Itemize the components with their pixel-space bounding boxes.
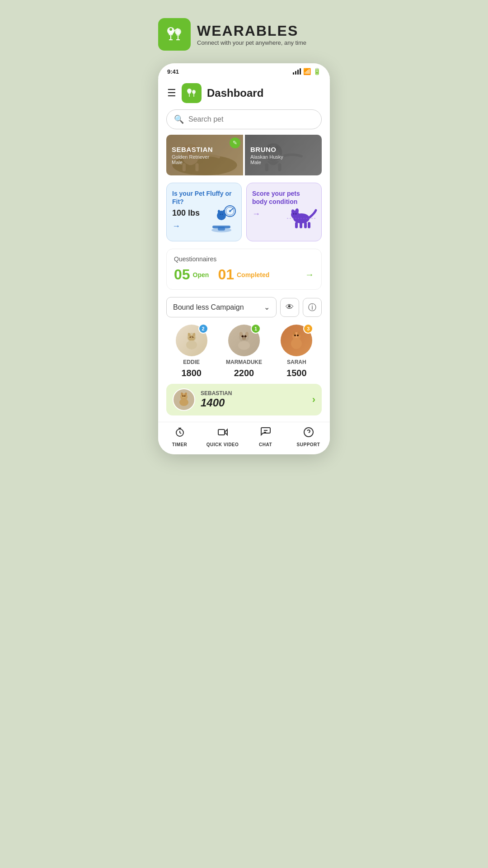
svg-point-43	[222, 214, 223, 215]
status-bar: 9:41 📶 🔋	[158, 63, 330, 78]
quick-video-label: QUICK VIDEO	[206, 442, 239, 447]
brand-text: WEARABLES Connect with your pet anywhere…	[197, 23, 306, 46]
completed-label: Completed	[237, 271, 269, 278]
pet-breed-sebastian: Golden Retriever	[172, 154, 238, 160]
pet-card-sebastian[interactable]: SEBASTIAN Golden Retriever Male ✎	[166, 135, 243, 175]
svg-point-72	[242, 337, 246, 340]
svg-rect-57	[308, 222, 310, 228]
score-body-card[interactable]: Score your pets body condition →	[246, 183, 322, 241]
svg-point-47	[229, 210, 231, 212]
sarah-avatar-wrap: 3	[281, 325, 312, 356]
svg-point-71	[244, 335, 246, 338]
pet-cards: SEBASTIAN Golden Retriever Male ✎	[166, 135, 322, 175]
my-pet-row[interactable]: SEBASTIAN 1400 ›	[166, 384, 322, 415]
svg-point-53	[296, 213, 297, 215]
svg-point-73	[238, 341, 250, 350]
svg-point-70	[241, 335, 244, 338]
my-pet-score: 1400	[201, 396, 307, 409]
pet-card-bruno[interactable]: BRUNO Alaskan Husky Male	[245, 135, 322, 175]
search-bar[interactable]: 🔍	[166, 109, 322, 129]
questionnaires-section: Questionnaires 05 Open 01 Completed →	[166, 249, 322, 290]
timer-label: TIMER	[172, 442, 188, 447]
campaign-dropdown-label: Bound less Campaign	[173, 303, 244, 311]
pet-card-bruno-overlay: BRUNO Alaskan Husky Male	[245, 135, 322, 175]
brand-name: WEARABLES	[197, 23, 306, 39]
svg-point-80	[291, 338, 302, 349]
leaderboard: 2 EDDIE 1800	[166, 325, 322, 378]
status-icons: 📶 🔋	[293, 68, 321, 75]
open-count: 05	[174, 266, 190, 283]
completed-count: 01	[218, 266, 234, 283]
pet-gender-bruno: Male	[250, 160, 316, 165]
nav-quick-video[interactable]: QUICK VIDEO	[201, 427, 244, 447]
campaign-section: Bound less Campaign ⌄ 👁 ⓘ	[166, 297, 322, 415]
video-icon	[217, 427, 228, 440]
eddie-badge: 2	[198, 324, 208, 334]
svg-rect-54	[295, 222, 298, 228]
campaign-info-button[interactable]: ⓘ	[303, 298, 322, 317]
wifi-icon: 📶	[303, 68, 311, 75]
leader-eddie[interactable]: 2 EDDIE 1800	[176, 325, 207, 378]
edit-badge-sebastian[interactable]: ✎	[230, 137, 240, 148]
leader-sarah[interactable]: 3 SARAH 1500	[281, 325, 312, 378]
dog-body-icon	[285, 202, 318, 236]
eddie-name: EDDIE	[183, 359, 200, 365]
quest-label: Questionnaires	[174, 255, 314, 263]
my-pet-chevron: ›	[312, 394, 315, 406]
nav-support[interactable]: SUPPORT	[287, 427, 330, 447]
info-icon: ⓘ	[308, 302, 316, 313]
chevron-down-icon: ⌄	[264, 303, 270, 311]
phone-frame: 9:41 📶 🔋 ☰	[158, 63, 330, 454]
chat-icon	[260, 427, 271, 440]
quest-stats: 05 Open 01 Completed →	[174, 266, 314, 283]
pet-breed-bruno: Alaskan Husky	[250, 154, 316, 160]
open-label: Open	[193, 271, 209, 278]
pet-name-bruno: BRUNO	[250, 146, 316, 153]
fluffy-fit-card[interactable]: Is your Pet Fluffy or Fit? 100 lbs →	[166, 183, 242, 241]
svg-point-42	[220, 214, 221, 215]
svg-point-87	[179, 399, 188, 406]
status-time: 9:41	[167, 68, 179, 75]
brand-header: WEARABLES Connect with your pet anywhere…	[149, 18, 339, 51]
svg-point-65	[186, 340, 197, 349]
support-icon	[303, 427, 314, 440]
svg-rect-56	[304, 222, 307, 228]
my-pet-name: SEBASTIAN	[201, 390, 307, 396]
scale-dog-icon	[205, 202, 238, 236]
hamburger-menu[interactable]: ☰	[167, 87, 176, 99]
pet-gender-sebastian: Male	[172, 160, 238, 165]
svg-rect-55	[300, 222, 302, 228]
svg-point-52	[293, 213, 295, 215]
svg-rect-89	[218, 429, 225, 435]
nav-chat[interactable]: CHAT	[244, 427, 287, 447]
dashboard-title: Dashboard	[207, 87, 263, 99]
campaign-eye-button[interactable]: 👁	[280, 298, 299, 317]
campaign-dropdown[interactable]: Bound less Campaign ⌄	[166, 297, 277, 317]
sarah-score: 1500	[286, 368, 307, 378]
svg-point-86	[184, 396, 186, 397]
battery-icon: 🔋	[313, 68, 321, 75]
my-pet-info: SEBASTIAN 1400	[201, 390, 307, 409]
support-label: SUPPORT	[297, 442, 320, 447]
my-pet-avatar	[173, 388, 195, 411]
marmaduke-badge: 1	[251, 324, 261, 334]
marmaduke-name: MARMADUKE	[226, 359, 262, 365]
svg-marker-13	[192, 90, 195, 94]
search-input[interactable]	[188, 115, 314, 123]
leader-marmaduke[interactable]: 1 MARMADUKE 2200	[226, 325, 262, 378]
eye-icon: 👁	[286, 302, 294, 312]
app-logo-small	[182, 83, 202, 103]
nav-timer[interactable]: TIMER	[158, 427, 201, 447]
brand-logo-icon	[158, 18, 191, 51]
marmaduke-avatar-wrap: 1	[228, 325, 260, 356]
timer-icon	[174, 427, 185, 440]
app-header: ☰ Dashboard	[158, 78, 330, 108]
brand-tagline: Connect with your pet anywhere, any time	[197, 39, 306, 46]
feature-cards: Is your Pet Fluffy or Fit? 100 lbs →	[166, 183, 322, 241]
chat-label: CHAT	[259, 442, 272, 447]
sarah-badge: 3	[303, 324, 313, 334]
svg-point-79	[297, 335, 299, 336]
quest-arrow[interactable]: →	[305, 269, 314, 280]
signal-icon	[293, 68, 301, 75]
svg-point-85	[183, 396, 184, 397]
